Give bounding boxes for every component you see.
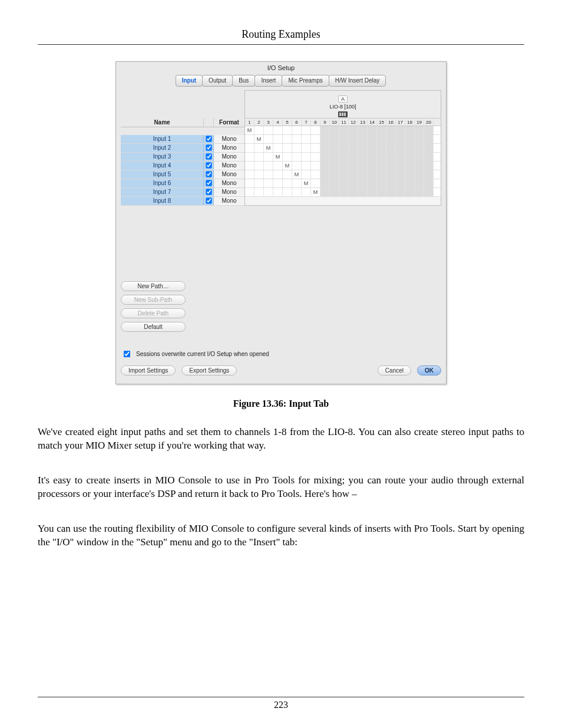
channel-cell[interactable] [311,162,320,170]
channel-cell[interactable] [292,144,302,152]
channel-cell[interactable] [254,188,264,196]
channel-cell[interactable] [339,188,349,196]
channel-cell[interactable] [349,144,358,152]
channel-cell[interactable] [377,162,386,170]
channel-cell[interactable] [339,126,349,134]
path-format[interactable]: Mono [214,162,244,170]
channel-cell[interactable] [330,153,339,161]
channel-cell[interactable] [283,126,292,134]
path-enable-checkbox[interactable] [206,153,211,159]
channel-cell[interactable] [254,126,264,134]
channel-cell[interactable] [386,170,396,179]
channel-cell[interactable] [377,144,386,152]
channel-cell[interactable] [405,188,415,196]
channel-cell[interactable] [368,153,377,161]
channel-cell[interactable] [320,188,330,196]
channel-cell[interactable] [368,179,377,187]
channel-cell[interactable] [405,153,415,161]
channel-cell[interactable] [264,153,273,161]
channel-cell[interactable] [283,170,292,179]
path-enable-checkbox[interactable] [206,136,211,141]
path-enable-checkbox[interactable] [206,162,211,168]
path-format[interactable]: Mono [214,179,244,187]
channel-cell[interactable] [358,188,368,196]
channel-cell[interactable] [386,188,396,196]
channel-cell[interactable] [368,188,377,196]
channel-cell[interactable] [339,144,349,152]
channel-cell[interactable] [273,126,283,134]
path-enable-checkbox[interactable] [206,197,211,203]
channel-cell[interactable] [377,135,386,143]
channel-cell[interactable] [339,162,349,170]
channel-cell[interactable] [302,170,311,179]
tab-mic-preamps[interactable]: Mic Preamps [282,75,329,87]
channel-cell[interactable] [292,179,302,187]
channel-cell[interactable] [415,179,424,187]
channel-cell[interactable] [292,126,302,134]
path-name[interactable]: Input 7 [121,188,204,196]
channel-cell[interactable] [339,170,349,179]
channel-cell[interactable] [283,179,292,187]
channel-cell[interactable] [339,135,349,143]
channel-cell[interactable] [254,144,264,152]
path-format[interactable]: Mono [214,144,244,152]
tab-bus[interactable]: Bus [232,75,255,87]
channel-cell[interactable]: M [245,126,254,134]
channel-cell[interactable] [320,179,330,187]
channel-cell[interactable] [273,179,283,187]
channel-cell[interactable]: M [283,162,292,170]
channel-cell[interactable] [405,162,415,170]
channel-cell[interactable] [424,162,434,170]
channel-cell[interactable] [349,162,358,170]
channel-cell[interactable] [396,188,405,196]
channel-cell[interactable] [273,188,283,196]
channel-cell[interactable] [292,162,302,170]
channel-cell[interactable]: M [302,179,311,187]
channel-cell[interactable] [245,179,254,187]
channel-cell[interactable] [405,179,415,187]
path-format[interactable]: Mono [214,188,244,196]
channel-cell[interactable] [415,135,424,143]
channel-cell[interactable] [377,179,386,187]
channel-cell[interactable] [368,162,377,170]
tab-h-w-insert-delay[interactable]: H/W Insert Delay [329,75,386,87]
cancel-button[interactable]: Cancel [378,365,411,375]
channel-cell[interactable] [245,188,254,196]
channel-cell[interactable] [292,135,302,143]
channel-cell[interactable] [264,162,273,170]
channel-cell[interactable] [273,170,283,179]
channel-cell[interactable] [302,153,311,161]
channel-cell[interactable] [368,144,377,152]
channel-cell[interactable] [349,170,358,179]
channel-cell[interactable] [358,170,368,179]
channel-cell[interactable] [273,162,283,170]
channel-cell[interactable] [254,162,264,170]
channel-cell[interactable] [415,153,424,161]
tab-insert[interactable]: Insert [254,75,282,87]
path-name[interactable]: Input 3 [121,153,204,161]
channel-cell[interactable] [377,126,386,134]
channel-cell[interactable] [283,135,292,143]
path-name[interactable]: Input 1 [121,135,204,143]
channel-cell[interactable]: M [264,144,273,152]
new-subpath-button[interactable]: New Sub-Path [121,295,186,305]
channel-cell[interactable] [320,126,330,134]
channel-cell[interactable] [358,144,368,152]
path-format[interactable]: Mono [214,197,244,205]
channel-cell[interactable] [330,179,339,187]
channel-cell[interactable] [254,170,264,179]
channel-cell[interactable]: M [311,188,320,196]
channel-cell[interactable] [273,144,283,152]
channel-cell[interactable] [245,144,254,152]
overwrite-checkbox[interactable] [124,351,131,358]
channel-cell[interactable]: M [254,135,264,143]
channel-cell[interactable] [292,153,302,161]
channel-cell[interactable] [320,170,330,179]
channel-cell[interactable] [349,188,358,196]
new-path-button[interactable]: New Path… [121,281,186,291]
channel-cell[interactable] [358,179,368,187]
channel-cell[interactable] [245,162,254,170]
channel-cell[interactable] [368,135,377,143]
ok-button[interactable]: OK [417,365,441,375]
channel-cell[interactable] [264,170,273,179]
